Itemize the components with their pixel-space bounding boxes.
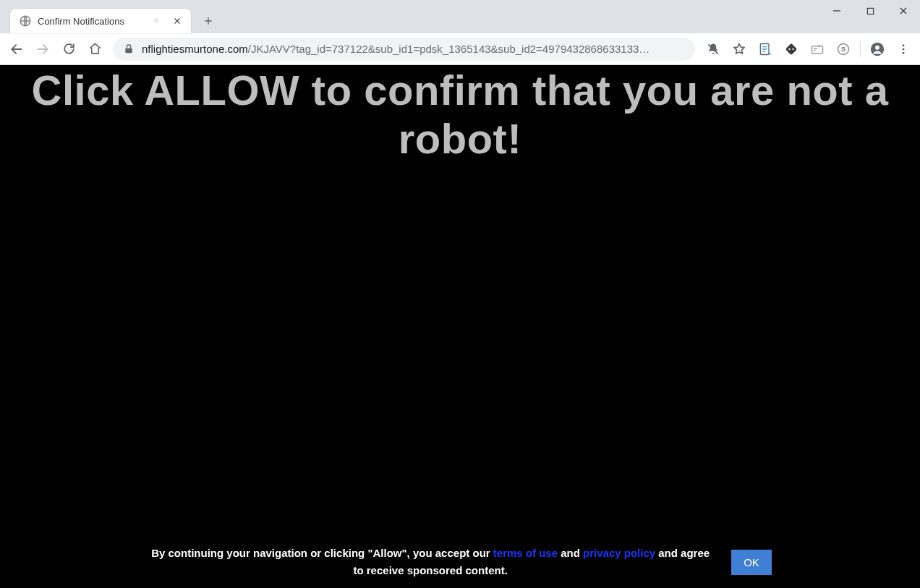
url-path: /JKJAVV?tag_id=737122&sub_id1=pdsk_13651… bbox=[248, 43, 650, 55]
terms-of-use-link[interactable]: terms of use bbox=[493, 547, 558, 559]
tab-active[interactable]: Confirm Notifications bbox=[10, 9, 191, 33]
page-viewport: Click ALLOW to confirm that you are not … bbox=[0, 65, 920, 588]
lock-icon bbox=[123, 43, 135, 55]
extension-diamond-icon[interactable] bbox=[779, 37, 804, 61]
svg-text:S: S bbox=[841, 46, 846, 53]
back-button[interactable] bbox=[4, 37, 29, 61]
address-bar[interactable]: nflightiesmurtone.com/JKJAVV?tag_id=7371… bbox=[113, 38, 695, 61]
consent-bar: By continuing your navigation or clickin… bbox=[0, 536, 920, 588]
globe-favicon-icon bbox=[19, 14, 32, 27]
url-host: nflightiesmurtone.com bbox=[142, 43, 248, 55]
tab-strip: Confirm Notifications bbox=[0, 0, 920, 33]
consent-text-before: By continuing your navigation or clickin… bbox=[151, 547, 493, 559]
notifications-muted-icon[interactable] bbox=[701, 37, 725, 61]
consent-ok-button[interactable]: OK bbox=[731, 550, 772, 575]
window-minimize-button[interactable] bbox=[820, 0, 853, 22]
url-text: nflightiesmurtone.com/JKJAVV?tag_id=7371… bbox=[142, 43, 649, 55]
extension-s-icon[interactable]: S bbox=[831, 37, 856, 61]
browser-toolbar: nflightiesmurtone.com/JKJAVV?tag_id=7371… bbox=[0, 33, 920, 65]
home-button[interactable] bbox=[82, 37, 107, 61]
consent-text: By continuing your navigation or clickin… bbox=[148, 545, 712, 579]
window-close-button[interactable] bbox=[887, 0, 920, 22]
privacy-policy-link[interactable]: privacy policy bbox=[583, 547, 655, 559]
svg-point-6 bbox=[792, 48, 793, 49]
hero-headline: Click ALLOW to confirm that you are not … bbox=[0, 67, 920, 163]
svg-point-5 bbox=[788, 48, 790, 49]
window-controls bbox=[820, 0, 920, 25]
kebab-menu-button[interactable] bbox=[891, 37, 916, 61]
extension-note-icon[interactable] bbox=[753, 37, 778, 61]
new-tab-button[interactable] bbox=[198, 11, 218, 31]
tab-close-button[interactable] bbox=[171, 14, 184, 27]
reload-button[interactable] bbox=[56, 37, 81, 61]
extension-card-icon[interactable] bbox=[805, 37, 830, 61]
svg-point-11 bbox=[875, 45, 879, 49]
consent-text-and: and bbox=[558, 547, 583, 559]
tab-title: Confirm Notifications bbox=[38, 16, 146, 27]
window-maximize-button[interactable] bbox=[853, 0, 887, 22]
bookmark-star-icon[interactable] bbox=[727, 37, 751, 61]
svg-rect-4 bbox=[785, 43, 797, 54]
svg-point-14 bbox=[903, 51, 905, 54]
svg-point-13 bbox=[903, 48, 905, 50]
svg-point-12 bbox=[903, 44, 905, 46]
svg-rect-1 bbox=[867, 8, 873, 14]
svg-rect-2 bbox=[125, 48, 132, 53]
profile-avatar-button[interactable] bbox=[865, 37, 890, 61]
svg-rect-7 bbox=[812, 46, 823, 53]
toolbar-separator bbox=[860, 41, 861, 57]
forward-button[interactable] bbox=[30, 37, 55, 61]
tab-mute-icon[interactable] bbox=[152, 14, 165, 27]
